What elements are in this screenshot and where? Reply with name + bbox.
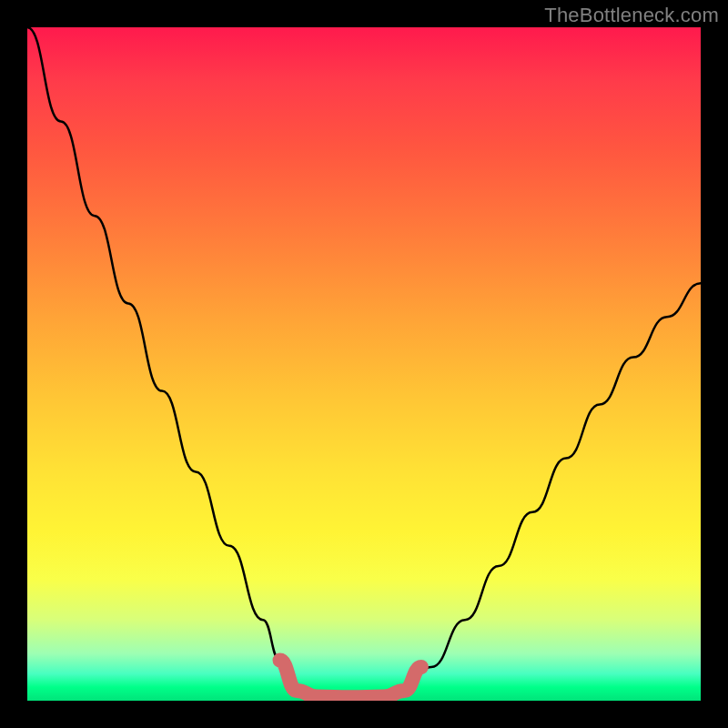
left-curve	[27, 27, 297, 691]
right-curve	[404, 283, 701, 691]
plot-area	[27, 27, 701, 701]
watermark-text: TheBottleneck.com	[544, 4, 719, 27]
optimal-zone-highlight	[280, 661, 421, 698]
curve-layer	[27, 27, 701, 701]
chart-frame: TheBottleneck.com	[0, 0, 728, 728]
